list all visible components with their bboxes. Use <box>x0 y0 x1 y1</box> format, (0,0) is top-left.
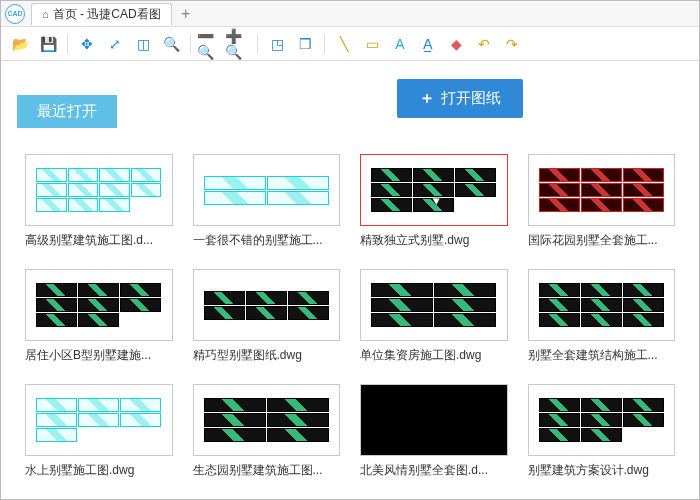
file-name: 水上别墅施工图.dwg <box>25 462 173 479</box>
file-thumbnail <box>360 269 508 341</box>
file-grid: 高级别墅建筑施工图.d...一套很不错的别墅施工...精致独立式别墅.dwg国际… <box>1 134 699 499</box>
file-name: 别墅全套建筑结构施工... <box>528 347 676 364</box>
file-card[interactable]: 一套很不错的别墅施工... <box>193 154 341 249</box>
eraser-icon[interactable]: ◆ <box>443 31 469 57</box>
home-icon: ⌂ <box>42 8 49 20</box>
active-tab[interactable]: ⌂ 首页 - 迅捷CAD看图 <box>31 3 172 25</box>
separator <box>190 34 191 54</box>
plus-icon: ＋ <box>419 88 435 109</box>
file-card[interactable]: 精致独立式别墅.dwg <box>360 154 508 249</box>
recent-label: 最近打开 <box>37 102 97 119</box>
file-thumbnail <box>360 154 508 226</box>
file-name: 一套很不错的别墅施工... <box>193 232 341 249</box>
redo-icon[interactable]: ↷ <box>499 31 525 57</box>
separator <box>324 34 325 54</box>
text-icon[interactable]: A <box>387 31 413 57</box>
file-name: 精巧型别墅图纸.dwg <box>193 347 341 364</box>
app-logo: CAD <box>5 4 25 24</box>
file-thumbnail <box>528 384 676 456</box>
file-thumbnail <box>528 269 676 341</box>
file-card[interactable]: 生态园别墅建筑施工图... <box>193 384 341 479</box>
file-name: 别墅建筑方案设计.dwg <box>528 462 676 479</box>
separator <box>257 34 258 54</box>
file-thumbnail <box>25 154 173 226</box>
new-tab-button[interactable]: + <box>176 4 196 24</box>
file-thumbnail <box>25 384 173 456</box>
main-content: ＋ 打开图纸 最近打开 高级别墅建筑施工图.d...一套很不错的别墅施工...精… <box>1 61 699 499</box>
separator <box>67 34 68 54</box>
rect-icon[interactable]: ▭ <box>359 31 385 57</box>
file-thumbnail <box>528 154 676 226</box>
file-card[interactable]: 精巧型别墅图纸.dwg <box>193 269 341 364</box>
line-icon[interactable]: ╲ <box>331 31 357 57</box>
file-name: 北美风情别墅全套图.d... <box>360 462 508 479</box>
save-icon[interactable]: 💾 <box>35 31 61 57</box>
toolbar: 📂 💾 ✥ ⤢ ◫ 🔍 ➖🔍 ➕🔍 ◳ ❒ ╲ ▭ A A̲ ◆ ↶ ↷ <box>1 27 699 61</box>
file-card[interactable]: 高级别墅建筑施工图.d... <box>25 154 173 249</box>
recent-tab[interactable]: 最近打开 <box>17 95 117 128</box>
box-3d-icon[interactable]: ◳ <box>264 31 290 57</box>
zoom-fit-icon[interactable]: ⤢ <box>102 31 128 57</box>
file-card[interactable]: 别墅建筑方案设计.dwg <box>528 384 676 479</box>
open-button-label: 打开图纸 <box>441 89 501 108</box>
file-thumbnail <box>193 154 341 226</box>
file-name: 高级别墅建筑施工图.d... <box>25 232 173 249</box>
file-thumbnail <box>360 384 508 456</box>
file-card[interactable]: 北美风情别墅全套图.d... <box>360 384 508 479</box>
file-card[interactable]: 国际花园别墅全套施工... <box>528 154 676 249</box>
file-card[interactable]: 单位集资房施工图.dwg <box>360 269 508 364</box>
open-drawing-button[interactable]: ＋ 打开图纸 <box>397 79 523 118</box>
file-thumbnail <box>25 269 173 341</box>
move-icon[interactable]: ✥ <box>74 31 100 57</box>
file-thumbnail <box>193 384 341 456</box>
undo-icon[interactable]: ↶ <box>471 31 497 57</box>
file-thumbnail <box>193 269 341 341</box>
file-name: 生态园别墅建筑施工图... <box>193 462 341 479</box>
search-icon[interactable]: 🔍 <box>158 31 184 57</box>
cube-icon[interactable]: ❒ <box>292 31 318 57</box>
open-folder-icon[interactable]: 📂 <box>7 31 33 57</box>
zoom-out-icon[interactable]: ➖🔍 <box>197 31 223 57</box>
file-card[interactable]: 居住小区B型别墅建施... <box>25 269 173 364</box>
tab-title: 首页 - 迅捷CAD看图 <box>53 6 161 23</box>
file-name: 国际花园别墅全套施工... <box>528 232 676 249</box>
zoom-in-icon[interactable]: ➕🔍 <box>225 31 251 57</box>
zoom-window-icon[interactable]: ◫ <box>130 31 156 57</box>
file-card[interactable]: 水上别墅施工图.dwg <box>25 384 173 479</box>
file-name: 精致独立式别墅.dwg <box>360 232 508 249</box>
file-name: 单位集资房施工图.dwg <box>360 347 508 364</box>
dimension-icon[interactable]: A̲ <box>415 31 441 57</box>
file-name: 居住小区B型别墅建施... <box>25 347 173 364</box>
titlebar: CAD ⌂ 首页 - 迅捷CAD看图 + <box>1 1 699 27</box>
file-card[interactable]: 别墅全套建筑结构施工... <box>528 269 676 364</box>
